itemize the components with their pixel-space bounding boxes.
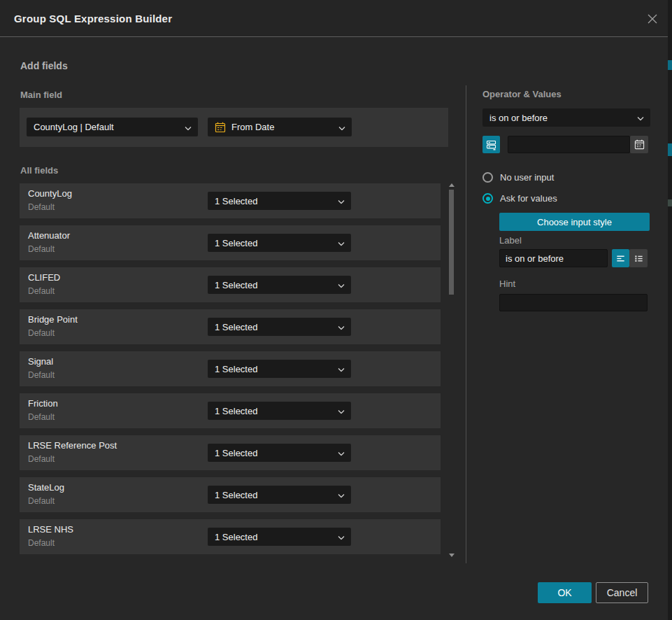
field-sublabel: Default xyxy=(28,538,55,548)
field-sublabel: Default xyxy=(28,454,55,464)
field-values-select-value: 1 Selected xyxy=(215,280,257,290)
date-value-input[interactable] xyxy=(508,136,630,153)
field-sublabel: Default xyxy=(28,244,55,254)
scroll-up-icon[interactable] xyxy=(449,183,455,187)
field-row-countylog: CountyLog Default 1 Selected xyxy=(20,183,441,218)
scrollbar-thumb[interactable] xyxy=(449,190,454,295)
field-values-select[interactable]: 1 Selected xyxy=(208,444,351,462)
field-values-select-value: 1 Selected xyxy=(215,490,257,500)
field-values-select-value: 1 Selected xyxy=(215,196,257,206)
field-values-select[interactable]: 1 Selected xyxy=(208,192,351,210)
scrollbar[interactable] xyxy=(448,181,454,558)
field-values-select[interactable]: 1 Selected xyxy=(208,276,351,294)
choose-input-style-button[interactable]: Choose input style xyxy=(499,213,650,231)
chevron-down-icon xyxy=(338,490,345,500)
input-style-icon[interactable] xyxy=(482,136,500,153)
add-fields-heading: Add fields xyxy=(20,60,68,71)
calendar-picker-icon[interactable] xyxy=(630,136,648,153)
field-values-select-value: 1 Selected xyxy=(215,364,257,374)
field-row-bridge-point: Bridge Point Default 1 Selected xyxy=(20,309,441,344)
field-values-select[interactable]: 1 Selected xyxy=(208,402,351,420)
chevron-down-icon xyxy=(338,280,345,290)
radio-ask-for-values-label: Ask for values xyxy=(500,193,557,204)
field-values-select[interactable]: 1 Selected xyxy=(208,318,351,336)
field-name: StateLog xyxy=(28,482,64,493)
hint-input[interactable] xyxy=(499,294,648,311)
label-field-label: Label xyxy=(499,235,522,246)
operator-select[interactable]: is on or before xyxy=(482,108,650,127)
field-row-signal: Signal Default 1 Selected xyxy=(20,351,441,386)
edge-accent-mark xyxy=(668,199,672,206)
field-name: LRSE NHS xyxy=(28,524,73,535)
field-sublabel: Default xyxy=(28,496,55,506)
field-sublabel: Default xyxy=(28,286,55,296)
field-row-lrse-nhs: LRSE NHS Default 1 Selected xyxy=(20,519,441,554)
edge-accent-mark xyxy=(668,143,672,156)
field-values-select-value: 1 Selected xyxy=(215,448,257,458)
chevron-down-icon xyxy=(338,196,345,206)
field-row-friction: Friction Default 1 Selected xyxy=(20,393,441,428)
field-values-select[interactable]: 1 Selected xyxy=(208,528,351,546)
field-name: Signal xyxy=(28,356,53,367)
align-left-icon[interactable] xyxy=(612,249,629,267)
scroll-down-icon[interactable] xyxy=(449,554,455,557)
field-name: LRSE Reference Post xyxy=(28,440,117,451)
main-field-select[interactable]: From Date xyxy=(208,118,352,136)
field-name: Bridge Point xyxy=(28,314,78,325)
field-sublabel: Default xyxy=(28,370,55,380)
hint-field-label: Hint xyxy=(499,279,515,289)
chevron-down-icon xyxy=(637,113,644,123)
main-field-label: Main field xyxy=(20,90,62,100)
dialog-title: Group SQL Expression Builder xyxy=(14,0,172,37)
layer-select-value: CountyLog | Default xyxy=(34,122,114,132)
field-row-clifed: CLIFED Default 1 Selected xyxy=(20,267,441,302)
label-input[interactable] xyxy=(499,249,608,267)
close-icon[interactable] xyxy=(645,12,659,26)
chevron-down-icon xyxy=(338,448,345,458)
field-values-select[interactable]: 1 Selected xyxy=(208,486,351,504)
field-values-select[interactable]: 1 Selected xyxy=(208,360,351,378)
field-sublabel: Default xyxy=(28,328,55,338)
cancel-button[interactable]: Cancel xyxy=(596,582,648,603)
field-name: Friction xyxy=(28,398,58,409)
field-values-select[interactable]: 1 Selected xyxy=(208,234,351,252)
field-values-select-value: 1 Selected xyxy=(215,406,257,416)
panel-divider xyxy=(466,85,466,563)
field-values-select-value: 1 Selected xyxy=(215,238,257,248)
ok-button[interactable]: OK xyxy=(538,582,592,603)
chevron-down-icon xyxy=(338,532,345,542)
radio-no-user-input-label: No user input xyxy=(500,172,554,183)
chevron-down-icon xyxy=(185,122,192,132)
operator-values-heading: Operator & Values xyxy=(482,89,562,99)
field-row-statelog: StateLog Default 1 Selected xyxy=(20,477,441,512)
operator-select-value: is on or before xyxy=(489,113,548,123)
chevron-down-icon xyxy=(338,406,345,416)
bulleted-list-icon[interactable] xyxy=(629,249,648,267)
field-row-lrse-reference-post: LRSE Reference Post Default 1 Selected xyxy=(20,435,441,470)
field-name: CountyLog xyxy=(28,188,72,199)
layer-select[interactable]: CountyLog | Default xyxy=(27,118,198,136)
calendar-icon xyxy=(215,122,226,133)
field-sublabel: Default xyxy=(28,202,55,212)
edge-accent-mark xyxy=(668,60,672,70)
field-sublabel: Default xyxy=(28,412,55,422)
field-values-select-value: 1 Selected xyxy=(215,322,257,332)
background-app-edge xyxy=(668,0,672,620)
chevron-down-icon xyxy=(338,364,345,374)
main-field-select-value: From Date xyxy=(231,122,274,132)
chevron-down-icon xyxy=(338,322,345,332)
radio-ask-for-values[interactable] xyxy=(482,193,493,204)
main-field-panel: CountyLog | Default From Date xyxy=(20,108,448,147)
dialog-titlebar: Group SQL Expression Builder xyxy=(0,0,668,37)
group-sql-expression-builder-dialog: Group SQL Expression Builder Add fields … xyxy=(0,0,672,620)
chevron-down-icon xyxy=(338,122,345,132)
field-name: CLIFED xyxy=(28,272,60,283)
field-values-select-value: 1 Selected xyxy=(215,532,257,542)
radio-no-user-input[interactable] xyxy=(482,172,493,183)
chevron-down-icon xyxy=(338,238,345,248)
field-row-attenuator: Attenuator Default 1 Selected xyxy=(20,225,441,260)
field-name: Attenuator xyxy=(28,230,70,241)
all-fields-label: All fields xyxy=(20,165,58,176)
